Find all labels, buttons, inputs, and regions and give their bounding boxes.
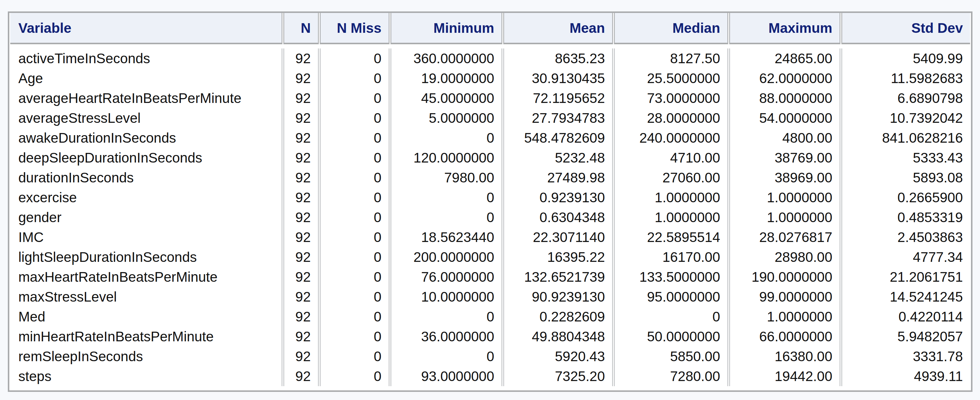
variable-name-cell: awakeDurationInSeconds [10,128,282,148]
n-cell: 92 [283,207,319,227]
minimum-cell: 19.0000000 [390,69,502,88]
n-miss-cell: 0 [320,69,390,88]
n-miss-cell: 0 [320,287,390,307]
minimum-cell: 7980.00 [390,167,502,188]
mean-cell: 5232.48 [503,148,613,167]
column-header-minimum: Minimum [390,13,502,44]
median-cell: 27060.00 [614,167,728,188]
maximum-cell: 1.0000000 [729,188,840,207]
maximum-cell: 28980.00 [729,247,840,267]
median-cell: 0 [614,307,728,327]
mean-cell: 27489.98 [503,167,613,188]
std-dev-cell: 5.9482057 [842,327,970,346]
page: { "colors": { "page_background": "#f7f9f… [0,0,980,400]
n-miss-cell: 0 [320,227,390,247]
median-cell: 1.0000000 [614,207,728,227]
std-dev-cell: 5409.99 [842,48,970,69]
maximum-cell: 62.0000000 [729,69,840,88]
mean-cell: 16395.22 [503,247,613,267]
table-row: gender 92 0 0 0.6304348 1.0000000 1.0000… [10,207,970,227]
minimum-cell: 45.0000000 [390,88,502,108]
mean-cell: 0.2282609 [503,307,613,327]
median-cell: 1.0000000 [614,188,728,207]
summary-statistics-table: Variable N N Miss Minimum Mean Median Ma… [8,11,972,392]
n-miss-cell: 0 [320,88,390,108]
table-row: activeTimeInSeconds 92 0 360.0000000 863… [10,48,970,69]
maximum-cell: 190.0000000 [729,267,840,287]
maximum-cell: 66.0000000 [729,327,840,346]
table-body: activeTimeInSeconds 92 0 360.0000000 863… [10,44,970,386]
std-dev-cell: 2.4503863 [842,227,970,247]
minimum-cell: 0 [390,207,502,227]
minimum-cell: 200.0000000 [390,247,502,267]
column-header-maximum: Maximum [729,13,840,44]
n-miss-cell: 0 [320,366,390,386]
minimum-cell: 76.0000000 [390,267,502,287]
variable-name-cell: excercise [10,188,282,207]
n-cell: 92 [283,48,319,69]
table-row: steps 92 0 93.0000000 7325.20 7280.00 19… [10,366,970,386]
table-row: maxHeartRateInBeatsPerMinute 92 0 76.000… [10,267,970,287]
n-cell: 92 [283,188,319,207]
std-dev-cell: 5333.43 [842,148,970,167]
std-dev-cell: 14.5241245 [842,287,970,307]
n-miss-cell: 0 [320,48,390,69]
table-row: deepSleepDurationInSeconds 92 0 120.0000… [10,148,970,167]
results-table: Variable N N Miss Minimum Mean Median Ma… [10,13,971,386]
table-row: minHeartRateInBeatsPerMinute 92 0 36.000… [10,327,970,346]
table-row: Age 92 0 19.0000000 30.9130435 25.500000… [10,69,970,88]
minimum-cell: 120.0000000 [390,148,502,167]
mean-cell: 0.9239130 [503,188,613,207]
median-cell: 8127.50 [614,48,728,69]
median-cell: 7280.00 [614,366,728,386]
n-miss-cell: 0 [320,148,390,167]
mean-cell: 548.4782609 [503,128,613,148]
maximum-cell: 28.0276817 [729,227,840,247]
n-cell: 92 [283,88,319,108]
mean-cell: 72.1195652 [503,88,613,108]
n-miss-cell: 0 [320,307,390,327]
median-cell: 50.0000000 [614,327,728,346]
variable-name-cell: Age [10,69,282,88]
std-dev-cell: 0.2665900 [842,188,970,207]
variable-name-cell: lightSleepDurationInSeconds [10,247,282,267]
std-dev-cell: 5893.08 [842,167,970,188]
minimum-cell: 0 [390,307,502,327]
n-miss-cell: 0 [320,327,390,346]
maximum-cell: 16380.00 [729,346,840,366]
n-miss-cell: 0 [320,108,390,128]
table-row: excercise 92 0 0 0.9239130 1.0000000 1.0… [10,188,970,207]
maximum-cell: 1.0000000 [729,307,840,327]
variable-name-cell: maxStressLevel [10,287,282,307]
minimum-cell: 93.0000000 [390,366,502,386]
column-header-n-miss: N Miss [320,13,390,44]
mean-cell: 30.9130435 [503,69,613,88]
maximum-cell: 54.0000000 [729,108,840,128]
variable-name-cell: durationInSeconds [10,167,282,188]
std-dev-cell: 21.2061751 [842,267,970,287]
minimum-cell: 10.0000000 [390,287,502,307]
maximum-cell: 88.0000000 [729,88,840,108]
std-dev-cell: 841.0628216 [842,128,970,148]
mean-cell: 27.7934783 [503,108,613,128]
n-cell: 92 [283,167,319,188]
std-dev-cell: 3331.78 [842,346,970,366]
maximum-cell: 99.0000000 [729,287,840,307]
n-cell: 92 [283,346,319,366]
column-header-mean: Mean [503,13,613,44]
table-row: awakeDurationInSeconds 92 0 0 548.478260… [10,128,970,148]
table-row: maxStressLevel 92 0 10.0000000 90.923913… [10,287,970,307]
table-header-row: Variable N N Miss Minimum Mean Median Ma… [10,13,970,44]
median-cell: 16170.00 [614,247,728,267]
variable-name-cell: activeTimeInSeconds [10,48,282,69]
table-row: averageHeartRateInBeatsPerMinute 92 0 45… [10,88,970,108]
n-miss-cell: 0 [320,188,390,207]
variable-name-cell: averageHeartRateInBeatsPerMinute [10,88,282,108]
mean-cell: 8635.23 [503,48,613,69]
maximum-cell: 4800.00 [729,128,840,148]
table-row: remSleepInSeconds 92 0 0 5920.43 5850.00… [10,346,970,366]
minimum-cell: 18.5623440 [390,227,502,247]
mean-cell: 132.6521739 [503,267,613,287]
n-cell: 92 [283,267,319,287]
variable-name-cell: deepSleepDurationInSeconds [10,148,282,167]
